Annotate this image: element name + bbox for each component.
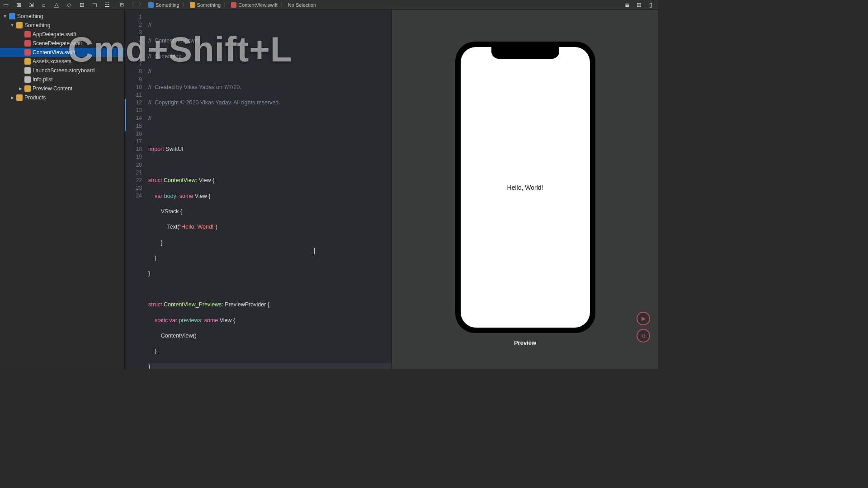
breadcrumb-project[interactable]: Something <box>148 2 179 8</box>
jump-bar: ▭ ⊠ ⇲ ⌕ △ ◇ ⊟ ◻ ☲ ⊞ 〈 〉 Something 〉 Some… <box>0 0 658 10</box>
inspectors-toggle-icon[interactable]: ▯ <box>647 2 654 8</box>
issues-icon[interactable]: △ <box>53 2 60 8</box>
folder-icon <box>24 85 31 92</box>
reports-icon[interactable]: ☲ <box>104 2 110 8</box>
sidebar-item-label: Info.plist <box>33 76 53 83</box>
separator <box>115 1 115 9</box>
chevron-right-icon: 〉 <box>280 1 285 8</box>
nav-icon-1[interactable]: ▭ <box>3 2 9 8</box>
navigator-selector: ▭ ⊠ ⇲ ⌕ △ ◇ ⊟ ◻ ☲ <box>2 2 113 8</box>
sidebar-folder[interactable]: ▶ Products <box>0 93 124 102</box>
sidebar-folder[interactable]: ▼ Something <box>0 21 124 30</box>
breadcrumb-folder[interactable]: Something <box>190 2 221 8</box>
plist-icon <box>24 76 31 83</box>
sidebar-item-label: ContentView.swift <box>33 49 75 56</box>
related-items-icon[interactable]: ⊞ <box>117 2 127 8</box>
editor-caret <box>314 248 315 254</box>
sidebar-item-label: SceneDelegate.swift <box>33 40 82 47</box>
code-area[interactable]: // // ContentView.swift // Something // … <box>146 10 392 369</box>
sidebar-file-selected[interactable]: ContentView.swift <box>0 48 124 57</box>
preview-canvas[interactable]: Hello, World! Preview ▶ ⧉ <box>392 10 658 369</box>
tests-icon[interactable]: ◇ <box>66 2 72 8</box>
folder-icon <box>16 22 23 28</box>
sidebar-folder[interactable]: ▶ Preview Content <box>0 84 124 93</box>
nav-icon-3[interactable]: ⇲ <box>28 2 34 8</box>
preview-text: Hello, World! <box>507 184 543 191</box>
swift-file-icon <box>24 49 31 56</box>
nav-icon-2[interactable]: ⊠ <box>15 2 22 8</box>
chevron-right-icon: 〉 <box>223 1 228 8</box>
chevron-right-icon: 〉 <box>182 1 187 8</box>
device-screen: Hello, World! <box>461 47 590 328</box>
breadcrumb-seg-3: No Selection <box>288 2 316 8</box>
sidebar-file[interactable]: Assets.xcassets <box>0 57 124 66</box>
storyboard-icon <box>24 67 31 74</box>
line-gutter: 123456789101112131415161718192021222324 <box>125 10 146 369</box>
sidebar-item-label: LaunchScreen.storyboard <box>33 67 94 74</box>
duplicate-preview-button[interactable]: ⧉ <box>637 329 650 343</box>
device-notch <box>491 47 559 59</box>
sidebar-item-label: Something <box>24 22 50 28</box>
breadcrumb: Something 〉 Something 〉 ContentView.swif… <box>146 1 316 8</box>
xcode-window: ▭ ⊠ ⇲ ⌕ △ ◇ ⊟ ◻ ☲ ⊞ 〈 〉 Something 〉 Some… <box>0 0 658 369</box>
disclosure-triangle-icon[interactable]: ▶ <box>10 95 14 100</box>
project-navigator[interactable]: ▼ Something ▼ Something AppDelegate.swif… <box>0 10 125 369</box>
canvas-toggle-icon[interactable]: ⊞ <box>636 2 642 8</box>
project-icon <box>148 2 154 8</box>
breadcrumb-seg-2: ContentView.swift <box>238 2 278 8</box>
folder-icon <box>16 94 23 101</box>
disclosure-triangle-icon[interactable]: ▶ <box>18 86 23 91</box>
swift-file-icon <box>24 40 31 47</box>
assets-icon <box>24 58 31 65</box>
project-icon <box>9 13 15 19</box>
back-button[interactable]: 〈 <box>127 1 137 9</box>
debug-icon[interactable]: ⊟ <box>79 2 85 8</box>
sidebar-file[interactable]: AppDelegate.swift <box>0 30 124 39</box>
disclosure-triangle-icon[interactable]: ▼ <box>10 23 14 28</box>
text-cursor <box>150 364 150 369</box>
breakpoints-icon[interactable]: ◻ <box>91 2 98 8</box>
sidebar-file[interactable]: LaunchScreen.storyboard <box>0 66 124 75</box>
breadcrumb-file[interactable]: ContentView.swift <box>231 2 278 8</box>
preview-label: Preview <box>514 339 536 346</box>
sidebar-item-label: Products <box>24 94 46 101</box>
sidebar-item-label: Preview Content <box>33 85 72 92</box>
folder-icon <box>190 2 195 8</box>
device-frame: Hello, World! <box>455 42 595 333</box>
live-preview-button[interactable]: ▶ <box>637 312 650 325</box>
sidebar-root-label: Something <box>17 13 43 19</box>
project-root[interactable]: ▼ Something <box>0 12 124 21</box>
sidebar-item-label: Assets.xcassets <box>33 58 71 65</box>
sidebar-item-label: AppDelegate.swift <box>33 31 76 38</box>
breadcrumb-selection[interactable]: No Selection <box>288 2 316 8</box>
search-icon[interactable]: ⌕ <box>41 2 47 8</box>
change-bar <box>125 99 126 131</box>
sidebar-file[interactable]: Info.plist <box>0 75 124 84</box>
swift-file-icon <box>24 31 31 38</box>
breadcrumb-seg-1: Something <box>197 2 221 8</box>
editor-layout-icon[interactable]: ≣ <box>624 2 630 8</box>
forward-button[interactable]: 〉 <box>137 1 146 9</box>
breadcrumb-seg-0: Something <box>156 2 179 8</box>
editor-options: ≣ ⊞ ▯ <box>621 2 656 8</box>
disclosure-triangle-icon[interactable]: ▼ <box>3 14 7 19</box>
swift-file-icon <box>231 2 236 8</box>
sidebar-file[interactable]: SceneDelegate.swift <box>0 39 124 48</box>
code-editor[interactable]: 123456789101112131415161718192021222324 … <box>125 10 392 369</box>
